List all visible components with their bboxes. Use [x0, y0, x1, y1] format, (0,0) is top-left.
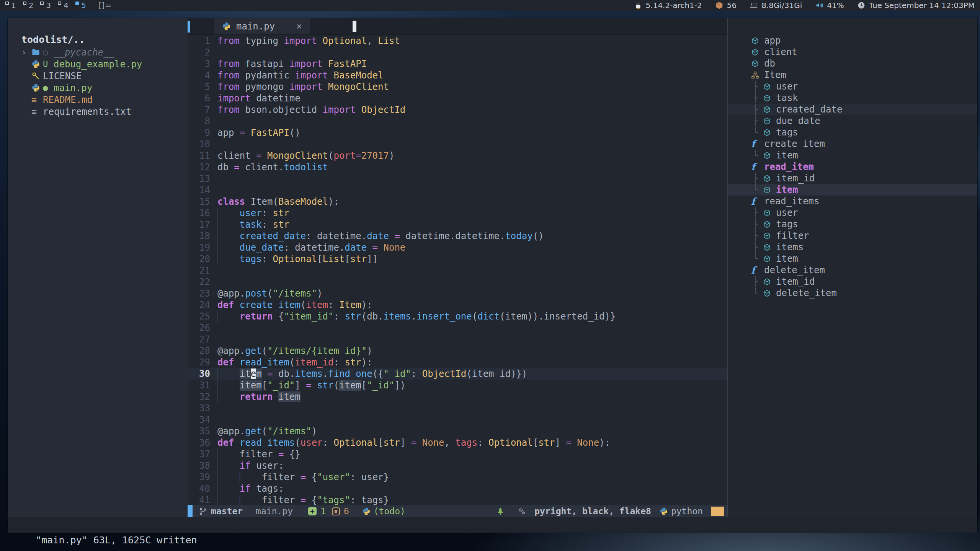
code-line-40[interactable]: 40▏ if tags: — [188, 483, 727, 494]
tab-close-icon[interactable]: × — [296, 21, 302, 32]
tag-item-Item[interactable]: Item — [728, 69, 977, 81]
workspace-item-5[interactable]: 5 — [75, 0, 86, 10]
code-line-4[interactable]: 4from pydantic import BaseModel — [188, 70, 727, 81]
explorer-item-LICENSE[interactable]: LICENSE — [8, 70, 188, 82]
workspace-item-1[interactable]: 1 — [5, 0, 16, 10]
tag-item-app[interactable]: app — [728, 35, 977, 46]
code-line-36[interactable]: 36def read_items(user: Optional[str] = N… — [188, 437, 727, 448]
code-line-34[interactable]: 34 — [188, 414, 727, 425]
line-number: 23 — [188, 288, 217, 299]
tagbar-items: appclientdbItem├user├task├created_date├d… — [728, 35, 977, 299]
code-line-26[interactable]: 26 — [188, 322, 727, 334]
git-added-icon: + — [308, 507, 317, 515]
code-line-31[interactable]: 31▏ item["_id"] = str(item["_id"]) — [188, 380, 727, 391]
explorer-item-debug_example.py[interactable]: Udebug_example.py — [8, 58, 188, 70]
code-line-6[interactable]: 6import datetime — [188, 93, 727, 104]
line-number: 1 — [188, 35, 217, 47]
code-line-7[interactable]: 7from bson.objectid import ObjectId — [188, 104, 727, 116]
tag-item-user[interactable]: ├user — [728, 81, 977, 92]
code-line-19[interactable]: 19▏ due_date: datetime.date = None — [188, 242, 727, 253]
code-area[interactable]: 1from typing import Optional, List23from… — [188, 35, 727, 505]
tag-item-item[interactable]: └item — [728, 253, 977, 264]
gears-icon — [518, 507, 526, 515]
volume-icon — [815, 1, 823, 10]
tag-label: tags — [776, 219, 798, 230]
code-line-22[interactable]: 22 — [188, 276, 727, 288]
workspace-item-3[interactable]: 3 — [40, 0, 51, 10]
tag-item-read_item[interactable]: fread_item — [728, 161, 977, 173]
code-line-16[interactable]: 16▏ user: str — [188, 207, 727, 219]
tag-item-item_id[interactable]: ├item_id — [728, 173, 977, 184]
tag-item-items[interactable]: ├items — [728, 241, 977, 253]
tag-item-item[interactable]: └item — [728, 150, 977, 161]
explorer-root: todolist/.. — [8, 33, 188, 46]
code-line-37[interactable]: 37▏ filter = {} — [188, 448, 727, 460]
tag-item-task[interactable]: ├task — [728, 92, 977, 104]
code-line-12[interactable]: 12db = client.todolist — [188, 161, 727, 173]
tag-item-create_item[interactable]: fcreate_item — [728, 138, 977, 150]
tag-item-tags[interactable]: ├tags — [728, 218, 977, 230]
code-line-41[interactable]: 41▏ ▏ filter = {"tags": tags} — [188, 494, 727, 505]
tag-label: item — [776, 253, 798, 264]
line-number: 27 — [188, 334, 217, 345]
tag-item-delete_item[interactable]: fdelete_item — [728, 264, 977, 276]
code-line-13[interactable]: 13 — [188, 173, 727, 184]
code-line-2[interactable]: 2 — [188, 47, 727, 58]
code-line-3[interactable]: 3from fastapi import FastAPI — [188, 58, 727, 70]
code-line-35[interactable]: 35@app.get("/items") — [188, 425, 727, 437]
explorer-item-__pycache__[interactable]: ›◌__pycache__ — [8, 46, 188, 58]
code-line-11[interactable]: 11client = MongoClient(port=27017) — [188, 150, 727, 161]
code-line-30[interactable]: 30▏ item = db.items.find_one({"_id": Obj… — [188, 368, 727, 380]
code-line-28[interactable]: 28@app.get("/items/{item_id}") — [188, 345, 727, 357]
tab-main-py[interactable]: main.py × — [214, 18, 310, 34]
code-line-21[interactable]: 21 — [188, 265, 727, 276]
explorer-item-requirements.txt[interactable]: ≡requirements.txt — [8, 106, 188, 117]
variable-cube-icon — [763, 106, 776, 114]
tag-item-user[interactable]: ├user — [728, 207, 977, 218]
code-line-10[interactable]: 10 — [188, 139, 727, 150]
code-line-17[interactable]: 17▏ task: str — [188, 219, 727, 230]
line-number: 19 — [188, 242, 217, 253]
code-text: def create_item(item: Item): — [217, 299, 372, 311]
explorer-item-README.md[interactable]: ≡README.md — [8, 94, 188, 106]
code-line-25[interactable]: 25▏ return {"item_id": str(db.items.inse… — [188, 311, 727, 322]
code-line-33[interactable]: 33 — [188, 403, 727, 414]
tag-item-filter[interactable]: ├filter — [728, 230, 977, 241]
code-line-24[interactable]: 24def create_item(item: Item): — [188, 299, 727, 311]
file-explorer-pane[interactable]: todolist/.. ›◌__pycache__Udebug_example.… — [8, 18, 188, 517]
code-line-5[interactable]: 5from pymongo import MongoClient — [188, 81, 727, 93]
line-number: 4 — [188, 70, 217, 81]
explorer-item-main.py[interactable]: ●main.py — [8, 82, 188, 94]
code-line-20[interactable]: 20▏ tags: Optional[List[str]] — [188, 253, 727, 265]
code-text: @app.get("/items/{item_id}") — [217, 345, 372, 357]
editor-pane[interactable]: main.py × 1from typing import Optional, … — [188, 18, 727, 517]
code-line-15[interactable]: 15class Item(BaseModel): — [188, 196, 727, 207]
write-message: "main.py" 63L, 1625C written — [36, 535, 197, 546]
workspace-item-4[interactable]: 4 — [58, 0, 69, 10]
tag-item-item[interactable]: └item — [728, 184, 977, 196]
tag-item-client[interactable]: client — [728, 46, 977, 58]
tag-item-delete_item[interactable]: └delete_item — [728, 287, 977, 299]
workspace-item-2[interactable]: 2 — [23, 0, 34, 10]
tag-item-due_date[interactable]: ├due_date — [728, 115, 977, 127]
tag-label: read_item — [764, 161, 814, 172]
code-line-8[interactable]: 8 — [188, 116, 727, 127]
symbols-outline-pane[interactable]: appclientdbItem├user├task├created_date├d… — [727, 18, 977, 517]
tag-item-created_date[interactable]: ├created_date — [728, 104, 977, 115]
code-line-27[interactable]: 27 — [188, 334, 727, 345]
code-line-39[interactable]: 39▏ ▏ filter = {"user": user} — [188, 471, 727, 483]
code-line-14[interactable]: 14 — [188, 184, 727, 196]
code-line-23[interactable]: 23@app.post("/items") — [188, 288, 727, 299]
tag-item-db[interactable]: db — [728, 58, 977, 69]
code-line-18[interactable]: 18▏ created_date: datetime.date = dateti… — [188, 230, 727, 242]
tag-label: filter — [776, 230, 809, 241]
code-line-1[interactable]: 1from typing import Optional, List — [188, 35, 727, 47]
code-line-32[interactable]: 32▏ return item — [188, 391, 727, 403]
expand-arrow-icon[interactable]: › — [21, 47, 31, 57]
tag-item-read_items[interactable]: fread_items — [728, 196, 977, 207]
code-line-9[interactable]: 9app = FastAPI() — [188, 127, 727, 139]
code-line-29[interactable]: 29def read_item(item_id: str): — [188, 357, 727, 368]
tag-item-tags[interactable]: └tags — [728, 127, 977, 138]
tag-item-item_id[interactable]: ├item_id — [728, 276, 977, 287]
code-line-38[interactable]: 38▏ if user: — [188, 460, 727, 471]
